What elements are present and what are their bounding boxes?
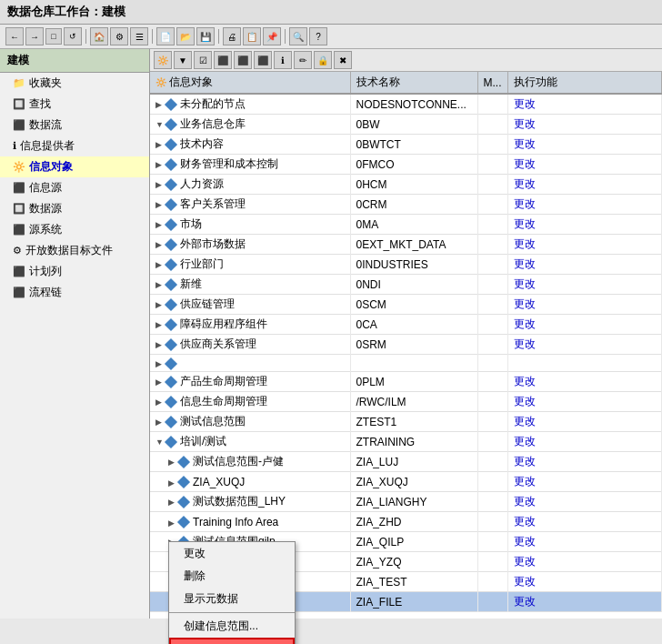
context-menu-item-metadata[interactable]: 显示元数据 [169, 588, 295, 610]
sidebar-item-sourcesystem[interactable]: ⬛ 源系统 [0, 219, 149, 240]
refresh-button[interactable]: ↺ [64, 27, 82, 45]
cell-exec[interactable]: 更改 [507, 472, 662, 492]
table-row[interactable]: ▶ZIA_XUQJZIA_XUQJ更改 [150, 472, 662, 492]
sidebar-item-processchain[interactable]: ⬛ 流程链 [0, 282, 149, 303]
cell-exec[interactable]: 更改 [507, 492, 662, 512]
table-row[interactable]: ▶客户关系管理0CRM更改 [150, 195, 662, 215]
sidebar-item-favorites[interactable]: 📁 收藏夹 [0, 73, 149, 94]
cell-exec[interactable]: 更改 [507, 572, 662, 592]
cell-exec[interactable]: 更改 [507, 432, 662, 452]
expand-arrow[interactable]: ▼ [155, 120, 165, 129]
sidebar-item-infoprovider[interactable]: ℹ 信息提供者 [0, 136, 149, 156]
cell-exec[interactable]: 更改 [507, 452, 662, 472]
table-row[interactable]: ▶供应商关系管理0SRM更改 [150, 335, 662, 355]
rt-btn-3[interactable]: ☑ [194, 51, 212, 69]
context-menu-item-delete[interactable]: 删除 [169, 565, 295, 588]
rt-btn-8[interactable]: ✏ [294, 51, 312, 69]
rt-btn-7[interactable]: ℹ [274, 51, 292, 69]
cell-exec[interactable]: 更改 [507, 412, 662, 432]
table-row[interactable]: ▶ [150, 355, 662, 372]
expand-arrow[interactable]: ▶ [155, 180, 165, 189]
sidebar-item-infoobject[interactable]: 🔆 信息对象 [0, 156, 149, 177]
table-row[interactable]: ▶行业部门0INDUSTRIES更改 [150, 255, 662, 275]
sidebar-item-plancolumn[interactable]: ⬛ 计划列 [0, 261, 149, 282]
paste-button[interactable]: 📌 [263, 27, 281, 45]
new-button[interactable]: 📄 [156, 27, 175, 45]
rt-btn-2[interactable]: ▼ [174, 51, 192, 69]
context-menu-item-create-range[interactable]: 创建信息范围... [169, 615, 295, 638]
sidebar-item-datasource[interactable]: 🔲 数据源 [0, 198, 149, 219]
save-button[interactable]: 💾 [196, 27, 215, 45]
expand-arrow[interactable]: ▶ [155, 377, 165, 387]
cell-exec[interactable]: 更改 [507, 255, 662, 275]
expand-arrow[interactable]: ▶ [155, 240, 165, 249]
rt-btn-4[interactable]: ⬛ [214, 51, 232, 69]
rt-btn-9[interactable]: 🔒 [314, 51, 332, 69]
expand-arrow[interactable]: ▶ [168, 458, 177, 467]
table-row[interactable]: ▶信息生命周期管理/RWC/ILM更改 [150, 392, 662, 412]
cell-exec[interactable]: 更改 [507, 372, 662, 392]
table-row[interactable]: ▶市场0MA更改 [150, 215, 662, 235]
table-row[interactable]: ▶人力资源0HCM更改 [150, 175, 662, 195]
expand-arrow[interactable]: ▶ [155, 100, 165, 109]
cell-exec[interactable]: 更改 [507, 335, 662, 355]
sidebar-item-infosource[interactable]: ⬛ 信息源 [0, 177, 149, 198]
cell-exec[interactable]: 更改 [507, 115, 662, 135]
menu-button[interactable]: ☰ [130, 27, 148, 45]
cell-exec[interactable]: 更改 [507, 94, 662, 115]
expand-arrow[interactable]: ▶ [155, 160, 165, 169]
print-button[interactable]: 🖨 [223, 27, 241, 45]
expand-arrow[interactable]: ▶ [155, 320, 165, 329]
copy-button[interactable]: 📋 [243, 27, 261, 45]
cell-exec[interactable]: 更改 [507, 532, 662, 552]
table-row[interactable]: ▶新维0NDI更改 [150, 275, 662, 295]
find-button[interactable]: 🔍 [289, 27, 307, 45]
cell-exec[interactable]: 更改 [507, 592, 662, 612]
expand-arrow[interactable]: ▶ [168, 498, 177, 507]
table-row[interactable]: ▶障碍应用程序组件0CA更改 [150, 315, 662, 335]
cell-exec[interactable]: 更改 [507, 552, 662, 572]
settings-button[interactable]: ⚙ [110, 27, 128, 45]
expand-arrow[interactable]: ▶ [155, 140, 165, 149]
expand-arrow[interactable]: ▶ [155, 397, 165, 407]
help-button[interactable]: ? [309, 27, 327, 45]
cell-exec[interactable]: 更改 [507, 175, 662, 195]
cell-exec[interactable] [507, 355, 662, 372]
cell-exec[interactable]: 更改 [507, 235, 662, 255]
expand-arrow[interactable]: ▶ [155, 260, 165, 269]
cell-exec[interactable]: 更改 [507, 135, 662, 155]
table-row[interactable]: ▶外部市场数据0EXT_MKT_DATA更改 [150, 235, 662, 255]
sidebar-item-dataflow[interactable]: ⬛ 数据流 [0, 115, 149, 136]
rt-btn-10[interactable]: ✖ [334, 51, 352, 69]
expand-arrow[interactable]: ▶ [168, 478, 177, 488]
back-button[interactable]: ← [5, 27, 24, 45]
cell-exec[interactable]: 更改 [507, 155, 662, 175]
table-row[interactable]: ▼业务信息仓库0BW更改 [150, 115, 662, 135]
context-menu-item-change[interactable]: 更改 [169, 542, 295, 565]
table-row[interactable]: ▶测试信息范围-卢健ZIA_LUJ更改 [150, 452, 662, 472]
table-row[interactable]: ▶技术内容0BWTCT更改 [150, 135, 662, 155]
table-row[interactable]: ▶财务管理和成本控制0FMCO更改 [150, 155, 662, 175]
expand-arrow[interactable]: ▶ [155, 220, 165, 229]
expand-arrow[interactable]: ▶ [155, 418, 165, 427]
table-row[interactable]: ▶产品生命周期管理0PLM更改 [150, 372, 662, 392]
cell-exec[interactable]: 更改 [507, 392, 662, 412]
cell-exec[interactable]: 更改 [507, 315, 662, 335]
table-row[interactable]: ▶供应链管理0SCM更改 [150, 295, 662, 315]
expand-arrow[interactable]: ▶ [155, 280, 165, 289]
sidebar-item-opendatatarget[interactable]: ⚙ 开放数据目标文件 [0, 240, 149, 261]
cell-exec[interactable]: 更改 [507, 195, 662, 215]
expand-arrow[interactable]: ▶ [168, 518, 177, 528]
rt-btn-6[interactable]: ⬛ [254, 51, 272, 69]
cell-exec[interactable]: 更改 [507, 215, 662, 235]
expand-arrow[interactable]: ▶ [155, 340, 165, 349]
table-row[interactable]: ▼培训/测试ZTRAINING更改 [150, 432, 662, 452]
cell-exec[interactable]: 更改 [507, 275, 662, 295]
cell-exec[interactable]: 更改 [507, 512, 662, 532]
forward-button[interactable]: → [25, 27, 44, 45]
expand-arrow[interactable]: ▶ [155, 300, 165, 309]
sidebar-item-find[interactable]: 🔲 查找 [0, 94, 149, 115]
open-button[interactable]: 📂 [176, 27, 195, 45]
rt-btn-5[interactable]: ⬛ [234, 51, 252, 69]
home-button[interactable]: 🏠 [90, 27, 108, 45]
